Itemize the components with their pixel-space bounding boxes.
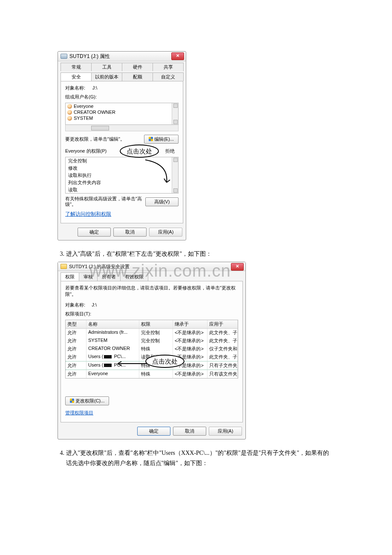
tab-customize[interactable]: 自定义 xyxy=(153,72,184,81)
permission-entries-table[interactable]: 类型 名称 权限 继承于 应用于 允许Administrators (fr...… xyxy=(65,320,238,379)
ok-button[interactable]: 确定 xyxy=(137,427,170,436)
learn-link[interactable]: 了解访问控制和权限 xyxy=(65,211,111,217)
allow-header: 允许 xyxy=(144,148,161,154)
object-name-label: 对象名称: xyxy=(65,85,85,90)
instruction-list: 进入"更改权限"后，查看"名称"栏中"Users（XXX-PC\...）"的"权… xyxy=(58,448,334,468)
table-row[interactable]: 允许Users ( PC\...特殊<不是继承的>只有子文件夹 xyxy=(66,361,238,370)
dialog-buttons: 确定 取消 应用(A) xyxy=(58,225,186,240)
object-name-value: J:\ xyxy=(92,302,97,307)
items-label: 权限项目(T): xyxy=(65,311,238,317)
permissions-tab-body: 若要查看某个权限项目的详细信息，请双击该项目。若要修改权限，请单击"更改权限"。… xyxy=(61,281,243,422)
dialog-buttons: 确定 取消 应用(A) xyxy=(58,424,245,439)
list-item: CREATOR OWNER xyxy=(66,109,178,115)
group-icon xyxy=(67,116,72,121)
perm-item: 完全控制 xyxy=(66,157,178,165)
group-icon xyxy=(67,110,72,115)
dialog-title: SUTDY1 (J:) 的高级安全设置 xyxy=(69,262,130,271)
tab-row: 权限 审核 所有者 有效权限 xyxy=(58,271,245,281)
perm-item: 读取 xyxy=(66,186,178,194)
tab-quota[interactable]: 配额 xyxy=(122,72,153,81)
apply-button[interactable]: 应用(A) xyxy=(209,427,242,436)
perm-item: 列出文件夹内容 xyxy=(66,179,178,186)
tab-hardware[interactable]: 硬件 xyxy=(122,63,153,71)
tab-row-2: 安全 以前的版本 配额 自定义 xyxy=(58,71,186,81)
users-listbox[interactable]: Everyone CREATOR OWNER SYSTEM xyxy=(65,103,179,125)
object-name-value: J:\ xyxy=(92,85,98,90)
ok-button[interactable]: 确定 xyxy=(78,228,111,237)
dialog-title: SUTDY1 (J:) 属性 xyxy=(69,52,110,61)
shield-icon xyxy=(70,399,74,403)
tab-security[interactable]: 安全 xyxy=(61,72,92,81)
edit-hint: 要更改权限，请单击"编辑"。 xyxy=(65,136,144,142)
change-permissions-button[interactable]: 更改权限(C)... xyxy=(65,396,109,405)
deny-header: 拒绝 xyxy=(161,148,179,154)
advanced-hint: 有关特殊权限或高级设置，请单击"高级"。 xyxy=(65,196,145,207)
advanced-button[interactable]: 高级(V) xyxy=(145,197,179,206)
table-header: 类型 名称 权限 继承于 应用于 xyxy=(66,320,238,329)
object-name-label: 对象名称: xyxy=(65,302,85,307)
permissions-listbox[interactable]: 完全控制 修改 读取和执行 列出文件夹内容 读取 写入 xyxy=(65,157,179,194)
scrollbar-vertical[interactable] xyxy=(172,103,178,124)
groups-label: 组或用户名(G): xyxy=(65,94,179,100)
instruction-step-4: 进入"更改权限"后，查看"名称"栏中"Users（XXX-PC\...）"的"权… xyxy=(66,448,334,468)
cancel-button[interactable]: 取消 xyxy=(173,427,206,436)
tab-row-1: 常规 工具 硬件 共享 xyxy=(58,61,186,71)
table-row[interactable]: 允许Everyone特殊<不是继承的>只有该文件夹 xyxy=(66,370,238,378)
properties-dialog: SUTDY1 (J:) 属性 ✕ 常规 工具 硬件 共享 安全 以前的版本 配额… xyxy=(58,51,186,240)
scrollbar-vertical[interactable] xyxy=(172,157,178,193)
advanced-security-dialog: SUTDY1 (J:) 的高级安全设置 ✕ 权限 审核 所有者 有效权限 若要查… xyxy=(58,262,246,439)
group-icon xyxy=(67,104,72,109)
table-row[interactable]: 允许CREATOR OWNER特殊<不是继承的>仅子文件夹和文件 xyxy=(66,345,238,353)
perm-item: 读取和执行 xyxy=(66,172,178,179)
perm-item: 修改 xyxy=(66,165,178,172)
tab-sharing[interactable]: 共享 xyxy=(153,63,184,71)
edit-button[interactable]: 编辑(E)... xyxy=(144,135,179,144)
cancel-button[interactable]: 取消 xyxy=(113,228,147,237)
permissions-for-label: Everyone 的权限(P) xyxy=(65,148,144,154)
drive-icon xyxy=(61,54,67,59)
tab-permissions[interactable]: 权限 xyxy=(61,272,79,281)
tab-owner[interactable]: 所有者 xyxy=(97,272,121,281)
list-item: Everyone xyxy=(66,103,178,109)
close-button[interactable]: ✕ xyxy=(231,263,244,271)
close-button[interactable]: ✕ xyxy=(171,52,184,60)
folder-icon xyxy=(61,264,67,269)
table-row[interactable]: 允许Administrators (fr...完全控制<不是继承的>此文件夹、子… xyxy=(66,329,238,337)
dialog-titlebar: SUTDY1 (J:) 的高级安全设置 ✕ xyxy=(58,262,245,271)
scrollbar-horizontal[interactable] xyxy=(65,125,179,131)
tab-previous-versions[interactable]: 以前的版本 xyxy=(91,72,122,81)
instruction-list: 进入"高级"后，在"权限"栏下左击"更改权限"，如下图： xyxy=(58,249,334,259)
apply-button[interactable]: 应用(A) xyxy=(149,228,182,237)
hint-text: 若要查看某个权限项目的详细信息，请双击该项目。若要修改权限，请单击"更改权限"。 xyxy=(65,285,238,298)
instruction-step-3: 进入"高级"后，在"权限"栏下左击"更改权限"，如下图： xyxy=(66,249,334,259)
list-item: SYSTEM xyxy=(66,115,178,121)
table-row[interactable]: 允许SYSTEM完全控制<不是继承的>此文件夹、子文件夹... xyxy=(66,337,238,345)
shield-icon xyxy=(149,137,153,141)
manage-link[interactable]: 管理权限项目 xyxy=(65,410,93,415)
security-tab-body: 对象名称: J:\ 组或用户名(G): Everyone CREATOR OWN… xyxy=(61,81,183,223)
tab-auditing[interactable]: 审核 xyxy=(79,272,98,281)
dialog-titlebar: SUTDY1 (J:) 属性 ✕ xyxy=(58,52,186,61)
tab-effective[interactable]: 有效权限 xyxy=(120,272,148,281)
tab-tools[interactable]: 工具 xyxy=(91,63,122,71)
tab-general[interactable]: 常规 xyxy=(61,63,92,71)
table-row[interactable]: 允许Users ( PC\...读取和执行<不是继承的>此文件夹、子文件夹... xyxy=(66,353,238,361)
